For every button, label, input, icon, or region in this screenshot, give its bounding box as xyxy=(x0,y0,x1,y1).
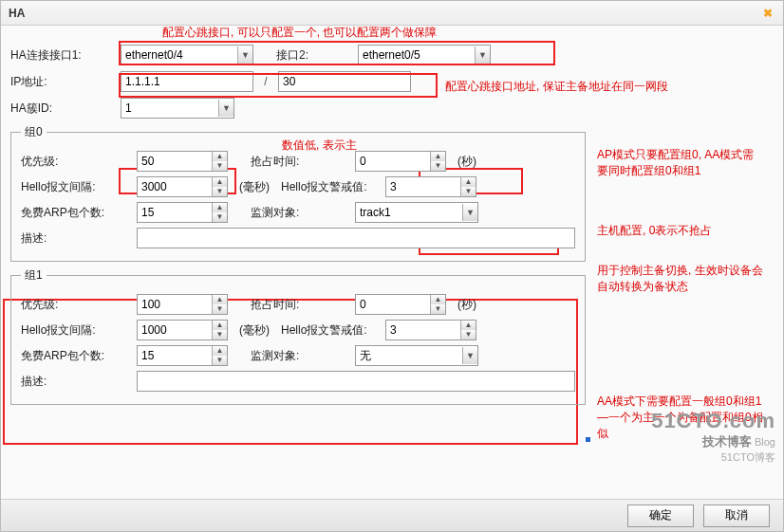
label-g1-arp: 免费ARP包个数: xyxy=(21,348,131,364)
spinner-g1-warn[interactable]: 3▲▼ xyxy=(385,320,476,340)
input-mask[interactable]: 30 xyxy=(278,71,411,92)
anchor-square xyxy=(586,437,590,442)
fieldset-group1: 组1 优先级: 100▲▼ 抢占时间: 0▲▼ (秒) Hello报文间隔: 1… xyxy=(10,267,586,405)
spinner-g1-preempt[interactable]: 0▲▼ xyxy=(355,294,446,315)
spinner-arrows[interactable]: ▲▼ xyxy=(212,203,227,222)
label-g1-desc: 描述: xyxy=(21,374,131,390)
dropdown-g1-mon[interactable]: 无▼ xyxy=(355,345,478,366)
dropdown-if1[interactable]: ethernet0/4 ▼ xyxy=(121,45,253,65)
chevron-down-icon: ▼ xyxy=(237,46,252,64)
label-g1-hello: Hello报文间隔: xyxy=(21,322,131,339)
close-icon[interactable]: ✖ xyxy=(760,6,775,21)
ha-dialog: HA ✖ 配置心跳接口, 可以只配置一个, 也可以配置两个做保障 配置心跳接口地… xyxy=(0,0,784,532)
spinner-arrows[interactable]: ▲▼ xyxy=(460,177,476,196)
spinner-g0-warn[interactable]: 3▲▼ xyxy=(385,176,476,197)
label-g0-desc: 描述: xyxy=(21,230,131,247)
label-ha-if1: HA连接接口1: xyxy=(10,47,115,64)
unit-ms: (毫秒) xyxy=(239,322,270,339)
spinner-g1-arp[interactable]: 15▲▼ xyxy=(137,345,228,366)
spinner-arrows[interactable]: ▲▼ xyxy=(460,321,476,339)
note-aa: AA模式下需要配置一般组0和组1—一个为主一个为备配置和组0相似 xyxy=(597,394,768,442)
unit-sec: (秒) xyxy=(457,297,476,313)
dropdown-if2-value: ethernet0/5 xyxy=(363,48,420,62)
dropdown-if2[interactable]: ethernet0/5 ▼ xyxy=(358,45,491,65)
input-ip[interactable]: 1.1.1.1 xyxy=(121,71,253,92)
label-g0-priority: 优先级: xyxy=(21,154,131,170)
spinner-g0-priority[interactable]: 50▲▼ xyxy=(137,151,228,172)
spinner-arrows[interactable]: ▲▼ xyxy=(430,295,445,314)
label-g1-warn: Hello报文警戒值: xyxy=(281,322,380,339)
watermark-site: 51CTO.com xyxy=(651,409,775,433)
watermark-cn: 技术博客 xyxy=(702,434,752,449)
label-g0-mon: 监测对象: xyxy=(251,205,349,221)
label-cluster: HA簇ID: xyxy=(10,101,115,117)
label-g1-preempt: 抢占时间: xyxy=(251,297,349,313)
legend-group0: 组0 xyxy=(21,124,47,140)
label-ip: IP地址: xyxy=(10,74,115,90)
note-top: 配置心跳接口, 可以只配置一个, 也可以配置两个做保障 xyxy=(162,25,437,41)
spinner-g0-hello[interactable]: 3000▲▼ xyxy=(137,176,228,197)
note-ap: AP模式只要配置组0, AA模式需要同时配置组0和组1 xyxy=(597,147,758,179)
legend-group1: 组1 xyxy=(21,267,47,284)
chevron-down-icon: ▼ xyxy=(462,204,477,221)
dropdown-cluster-value: 1 xyxy=(125,101,132,115)
ok-button[interactable]: 确定 xyxy=(627,504,694,527)
label-g0-hello: Hello报文间隔: xyxy=(21,179,131,195)
chevron-down-icon: ▼ xyxy=(475,46,490,64)
button-bar: 确定 取消 xyxy=(1,499,783,531)
chevron-down-icon: ▼ xyxy=(462,347,477,364)
spinner-arrows[interactable]: ▲▼ xyxy=(212,321,227,339)
watermark-tag: 51CTO博客 xyxy=(651,450,775,465)
titlebar: HA ✖ xyxy=(1,1,783,26)
input-g0-desc[interactable] xyxy=(137,228,575,248)
spinner-arrows[interactable]: ▲▼ xyxy=(430,152,445,171)
note-track: 用于控制主备切换, 生效时设备会自动转换为备状态 xyxy=(597,263,768,295)
dropdown-if1-value: ethernet0/4 xyxy=(125,48,183,62)
label-g1-priority: 优先级: xyxy=(21,297,131,313)
label-g1-mon: 监测对象: xyxy=(251,348,349,364)
spinner-g0-arp[interactable]: 15▲▼ xyxy=(137,202,228,223)
watermark: 51CTO.com 技术博客 Blog 51CTO博客 xyxy=(651,409,775,465)
label-g0-preempt: 抢占时间: xyxy=(251,154,349,170)
unit-sec: (秒) xyxy=(457,154,476,170)
dropdown-cluster[interactable]: 1 ▼ xyxy=(121,98,234,119)
dialog-body: 配置心跳接口, 可以只配置一个, 也可以配置两个做保障 配置心跳接口地址, 保证… xyxy=(1,26,783,499)
spinner-g1-priority[interactable]: 100▲▼ xyxy=(137,294,228,315)
label-g0-arp: 免费ARP包个数: xyxy=(21,205,131,221)
label-g0-warn: Hello报文警戒值: xyxy=(281,179,380,195)
fieldset-group0: 组0 优先级: 50▲▼ 抢占时间: 0▲▼ (秒) Hello报文间隔: 30… xyxy=(10,124,586,262)
slash: / xyxy=(259,75,272,88)
spinner-arrows[interactable]: ▲▼ xyxy=(212,152,227,171)
note-preempt: 主机配置, 0表示不抢占 xyxy=(597,223,712,239)
spinner-arrows[interactable]: ▲▼ xyxy=(212,295,227,314)
spinner-arrows[interactable]: ▲▼ xyxy=(212,346,227,365)
spinner-arrows[interactable]: ▲▼ xyxy=(212,177,227,196)
watermark-en: Blog xyxy=(755,436,775,448)
window-title: HA xyxy=(9,7,25,20)
input-g1-desc[interactable] xyxy=(137,371,575,392)
unit-ms: (毫秒) xyxy=(239,179,270,195)
chevron-down-icon: ▼ xyxy=(218,100,233,117)
dropdown-g0-mon[interactable]: track1▼ xyxy=(355,202,478,223)
spinner-g1-hello[interactable]: 1000▲▼ xyxy=(137,320,228,340)
spinner-g0-preempt[interactable]: 0▲▼ xyxy=(355,151,446,172)
cancel-button[interactable]: 取消 xyxy=(703,504,770,527)
label-if2: 接口2: xyxy=(276,47,352,64)
